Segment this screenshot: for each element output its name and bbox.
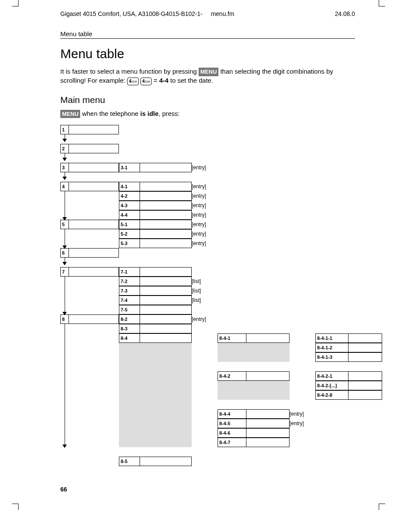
combo-bold: 4-4	[159, 77, 169, 84]
code-cell: 8-4-1-3	[315, 352, 349, 362]
code-cell: 7-4	[119, 296, 140, 305]
label-cell	[69, 182, 119, 191]
menu-badge: MENU	[60, 110, 80, 118]
connector-line-icon	[60, 400, 69, 409]
entry-label: [entry]	[192, 201, 218, 210]
label-cell	[246, 409, 290, 419]
list-label: [list]	[192, 296, 218, 305]
key-sub: GHI	[145, 80, 150, 83]
key-sub: GHI	[131, 80, 137, 83]
down-arrow-icon	[60, 239, 69, 248]
entry-label: [entry]	[192, 229, 218, 239]
connector-line-icon	[60, 371, 69, 381]
code-cell: 7-1	[119, 267, 140, 277]
label-cell	[140, 296, 192, 305]
shaded-cell	[246, 343, 290, 352]
entry-label: [entry]	[192, 220, 218, 229]
shaded-cell	[140, 362, 192, 371]
text: when the telephone	[80, 110, 140, 117]
entry-label: [entry]	[192, 182, 218, 191]
code-cell: 5-2	[119, 229, 140, 239]
label-cell	[140, 267, 192, 277]
label-cell	[69, 125, 119, 134]
shaded-cell	[140, 400, 192, 409]
code-cell: 8-4-2-1	[315, 371, 349, 381]
label-cell	[140, 286, 192, 296]
code-cell: 5-1	[119, 220, 140, 229]
page-title: Menu table	[60, 47, 355, 61]
code-cell: 4	[60, 182, 69, 191]
shaded-cell	[119, 352, 140, 362]
header-doc-text: Gigaset 4015 Comfort, USA, A31008-G4015-…	[60, 10, 202, 17]
connector-line-icon	[60, 229, 69, 239]
code-cell: 4-4	[119, 210, 140, 220]
text: It is faster to select a menu function b…	[60, 68, 199, 75]
header-file: menu.fm	[211, 10, 234, 17]
menu-badge: MENU	[199, 68, 218, 76]
code-cell: 8-4-1-2	[315, 343, 349, 352]
connector-line-icon	[60, 201, 69, 210]
label-cell	[246, 419, 290, 428]
list-label: [list]	[192, 277, 218, 286]
label-cell	[69, 220, 119, 229]
label-cell	[140, 239, 192, 248]
shaded-cell	[140, 438, 192, 447]
shaded-cell	[140, 428, 192, 438]
list-label: [list]	[192, 286, 218, 296]
label-cell	[140, 277, 192, 286]
code-cell: 8-4-1-1	[315, 333, 349, 343]
entry-label: [entry]	[290, 419, 315, 428]
down-arrow-icon	[60, 305, 69, 314]
idle-text: MENU when the telephone is idle, press:	[60, 109, 355, 118]
down-arrow-icon	[60, 153, 69, 163]
shaded-cell	[119, 438, 140, 447]
shaded-cell	[140, 352, 192, 362]
shaded-cell	[218, 343, 246, 352]
code-cell: 8-4-4	[218, 409, 246, 419]
shaded-cell	[140, 371, 192, 381]
connector-line-icon	[60, 352, 69, 362]
code-cell: 8-4-2-8	[315, 390, 349, 400]
label-cell	[140, 314, 192, 324]
shaded-cell	[218, 390, 246, 400]
label-cell	[246, 428, 290, 438]
header-doc: Gigaset 4015 Comfort, USA, A31008-G4015-…	[60, 10, 234, 17]
page: Gigaset 4015 Comfort, USA, A31008-G4015-…	[0, 0, 411, 510]
label-cell	[140, 210, 192, 220]
code-cell: 8-4-2	[218, 371, 246, 381]
page-number: 66	[60, 486, 355, 493]
code-cell: 8-5	[119, 457, 140, 466]
label-cell	[349, 381, 382, 390]
code-cell: 8-4-5	[218, 419, 246, 428]
connector-line-icon	[60, 419, 69, 428]
shaded-cell	[246, 381, 290, 390]
running-header: Gigaset 4015 Comfort, USA, A31008-G4015-…	[60, 10, 355, 17]
code-cell: 8-4	[119, 333, 140, 343]
label-cell	[140, 201, 192, 210]
menu-table-grid: 1 2 3 3-1 [entry] 4 4-1	[60, 125, 355, 466]
label-cell	[140, 229, 192, 239]
connector-line-icon	[60, 277, 69, 286]
label-cell	[69, 144, 119, 153]
code-cell: 8-4-7	[218, 438, 246, 447]
label-cell	[349, 390, 382, 400]
code-cell: 4-3	[119, 201, 140, 210]
shaded-cell	[119, 400, 140, 409]
text: =	[152, 77, 159, 84]
label-cell	[140, 220, 192, 229]
entry-label: [entry]	[290, 409, 315, 419]
shaded-cell	[119, 362, 140, 371]
shaded-cell	[140, 343, 192, 352]
shaded-cell	[119, 419, 140, 428]
down-arrow-icon	[60, 210, 69, 220]
label-cell	[349, 352, 382, 362]
shaded-cell	[218, 381, 246, 390]
code-cell: 8-2	[119, 314, 140, 324]
code-cell: 3-1	[119, 163, 140, 172]
shaded-cell	[119, 390, 140, 400]
shaded-cell	[218, 352, 246, 362]
code-cell: 1	[60, 125, 69, 134]
text: to set the date.	[168, 77, 213, 84]
entry-label: [entry]	[192, 314, 218, 324]
connector-line-icon	[60, 362, 69, 371]
